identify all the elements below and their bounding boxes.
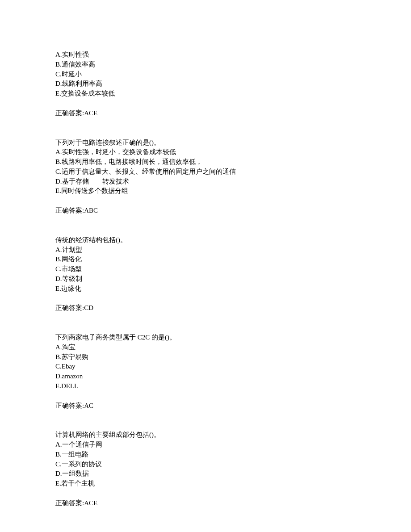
option-a: A.实时性强 (55, 50, 411, 60)
option-d: D.线路利用率高 (55, 79, 411, 89)
option-c: C.Ebay (55, 362, 411, 372)
option-c: C.适用于信息量大、长报文、经常使用的固定用户之间的通信 (55, 167, 411, 177)
option-a: A.计划型 (55, 245, 411, 255)
option-b: B.线路利用率低，电路接续时间长，通信效率低， (55, 157, 411, 167)
option-d: D.等级制 (55, 274, 411, 284)
question-stem: 下列商家电子商务类型属于 C2C 的是()。 (55, 333, 411, 343)
option-b: B.通信效率高 (55, 60, 411, 70)
option-b: B.一组电路 (55, 450, 411, 460)
option-a: A.一个通信子网 (55, 440, 411, 450)
question-block-2: 下列对于电路连接叙述正确的是()。 A.实时性强，时延小，交换设备成本较低 B.… (55, 138, 411, 216)
option-d: D.amazon (55, 372, 411, 381)
option-e: E.若干个主机 (55, 479, 411, 489)
option-e: E.同时传送多个数据分组 (55, 186, 411, 196)
option-d: D.一组数据 (55, 469, 411, 479)
option-a: A.淘宝 (55, 343, 411, 352)
option-c: C.时延小 (55, 70, 411, 80)
question-stem: 下列对于电路连接叙述正确的是()。 (55, 138, 411, 148)
option-d: D.基于存储——转发技术 (55, 177, 411, 187)
correct-answer: 正确答案:AC (55, 401, 411, 411)
question-block-4: 下列商家电子商务类型属于 C2C 的是()。 A.淘宝 B.苏宁易购 C.Eba… (55, 333, 411, 411)
option-e: E.DELL (55, 381, 411, 391)
option-b: B.苏宁易购 (55, 352, 411, 362)
question-block-1: A.实时性强 B.通信效率高 C.时延小 D.线路利用率高 E.交换设备成本较低… (55, 50, 411, 118)
question-block-3: 传统的经济结构包括()。 A.计划型 B.网络化 C.市场型 D.等级制 E.边… (55, 235, 411, 313)
question-block-5: 计算机网络的主要组成部分包括()。 A.一个通信子网 B.一组电路 C.一系列的… (55, 430, 411, 508)
option-b: B.网络化 (55, 255, 411, 264)
correct-answer: 正确答案:ACE (55, 498, 411, 508)
correct-answer: 正确答案:ABC (55, 206, 411, 216)
question-stem: 传统的经济结构包括()。 (55, 235, 411, 245)
option-c: C.一系列的协议 (55, 460, 411, 469)
correct-answer: 正确答案:ACE (55, 109, 411, 118)
option-e: E.边缘化 (55, 284, 411, 294)
option-a: A.实时性强，时延小，交换设备成本较低 (55, 147, 411, 157)
correct-answer: 正确答案:CD (55, 303, 411, 313)
option-e: E.交换设备成本较低 (55, 89, 411, 99)
option-c: C.市场型 (55, 264, 411, 274)
question-stem: 计算机网络的主要组成部分包括()。 (55, 430, 411, 440)
